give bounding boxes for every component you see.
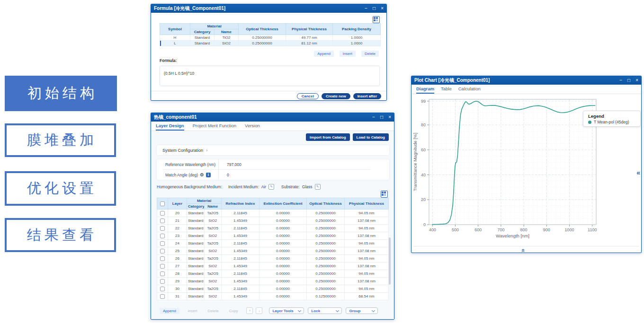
close-icon[interactable]: × [388,115,391,120]
plot-chart-window-body: Diagram Table Calculation 40050060070080… [411,85,641,253]
minimize-icon[interactable]: − [619,78,622,83]
row-checkbox[interactable] [160,211,165,216]
table-cell: 0.00000 [259,270,307,278]
layer-table-body: 20StandardTa2O52.118450.000000.250000009… [157,210,389,300]
collapse-up-icon[interactable]: « [520,249,527,252]
row-checkbox[interactable] [160,271,165,276]
table-settings-icon[interactable] [381,191,388,198]
table-row[interactable]: 23StandardSiO21.453490.000000.2500000013… [157,232,389,240]
row-checkbox[interactable] [160,234,165,238]
move-down-button[interactable]: ↓ [256,307,262,314]
table-cell: 2.11845 [222,210,259,217]
row-checkbox[interactable] [160,294,165,299]
layer-design-window-titlebar[interactable]: 热镜_component01 − □ × [151,113,394,122]
table-row-selected[interactable]: L Standard SiO2 0.25000000 81.12 nm 1.00… [160,41,381,46]
table-row[interactable]: 20StandardTa2O52.118450.000000.250000009… [157,210,389,217]
column-header: Name [215,29,239,35]
maximize-icon[interactable]: □ [627,78,630,83]
tab-project-merit-function[interactable]: Project Merit Function [193,122,236,131]
table-row[interactable]: H Standard TiO2 0.25000000 49.77 nm 1.00… [160,35,381,41]
table-cell: 2.11845 [222,270,259,278]
load-to-catalog-button[interactable]: Load to Catalog [353,133,389,141]
minimize-icon[interactable]: − [365,6,367,11]
layer-tools-dropdown[interactable]: Layer Tools [269,307,304,314]
row-checkbox[interactable] [160,264,165,269]
table-cell: Ta2O5 [204,210,222,217]
table-row[interactable]: 29StandardSiO21.453490.000000.2500000013… [157,278,389,285]
import-from-catalog-button[interactable]: Import from Catalog [306,133,349,141]
table-cell: 94.05 nm [345,225,389,232]
delete-link[interactable]: Delete [361,51,379,57]
reference-wavelength-value[interactable]: 797.000 [227,162,242,167]
insert-after-button[interactable]: Insert after [353,93,381,99]
system-configuration-header[interactable]: System Configuration › [157,145,389,155]
append-link[interactable]: Append [314,51,334,57]
close-icon[interactable]: × [635,78,638,83]
row-checkbox[interactable] [160,287,165,291]
copy-link-disabled[interactable]: Copy [227,308,240,314]
table-cell: 0.25000000 [239,41,286,46]
lock-dropdown[interactable]: Lock [308,307,342,314]
minimize-icon[interactable]: − [372,115,375,120]
table-row[interactable]: 26StandardTa2O52.118450.000000.250000009… [157,255,389,262]
window-title: Formula [冷光镜_Component01] [154,5,365,12]
info-icon[interactable]: i [206,173,211,177]
table-row[interactable]: 22StandardTa2O52.118450.000000.250000009… [157,225,389,232]
formula-window-titlebar[interactable]: Formula [冷光镜_Component01] − □ × [151,4,386,13]
table-settings-icon[interactable] [373,16,380,23]
maximize-icon[interactable]: □ [373,6,376,11]
row-checkbox[interactable] [160,249,165,253]
table-cell: Standard [187,270,205,278]
table-scrollbar[interactable] [389,237,391,285]
group-dropdown[interactable]: Group [346,307,378,314]
table-row[interactable]: 25StandardSiO21.453490.000000.2500000013… [157,247,389,255]
table-row[interactable]: 24StandardTa2O52.118450.000000.250000009… [157,240,389,247]
table-row[interactable]: 27StandardSiO21.453490.000000.2500000013… [157,262,389,270]
table-row[interactable]: 28StandardTa2O52.118450.000000.250000009… [157,270,389,278]
table-cell: TiO2 [215,35,239,41]
plot-chart-window-titlebar[interactable]: Plot Chart [冷光镜_Component01] − □ × [411,76,641,85]
table-row[interactable]: 30StandardTa2O52.118450.000000.250000009… [157,285,389,293]
maximize-icon[interactable]: □ [380,115,383,120]
row-checkbox[interactable] [160,218,165,223]
tab-layer-design[interactable]: Layer Design [156,122,184,131]
create-new-button[interactable]: Create new [322,93,350,99]
table-cell: 0.25000000 [307,247,345,255]
cancel-button[interactable]: Cancel [297,93,319,99]
table-row[interactable]: 21StandardSiO21.453490.000000.2500000013… [157,217,389,225]
table-cell: 1.45349 [222,262,259,270]
checkbox-cell [157,210,168,217]
tab-table[interactable]: Table [441,85,452,94]
table-cell: Ta2O5 [204,255,222,262]
series-line [432,101,595,225]
table-cell: 1.45349 [222,217,259,225]
row-checkbox[interactable] [160,241,165,246]
delete-link-disabled[interactable]: Delete [206,308,221,314]
select-all-checkbox[interactable] [160,201,165,206]
table-cell: Standard [187,278,205,285]
collapse-left-icon[interactable]: « [636,169,640,176]
close-icon[interactable]: × [381,6,384,11]
tab-diagram[interactable]: Diagram [416,85,434,94]
match-angle-value[interactable]: 0 [227,173,229,177]
row-checkbox[interactable] [160,279,165,284]
gear-icon[interactable]: ⚙ [200,173,204,177]
insert-link-disabled[interactable]: Insert [186,308,199,314]
insert-link[interactable]: Insert [340,51,356,57]
tab-version[interactable]: Version [245,122,260,131]
table-cell: SiO2 [204,217,222,225]
edit-icon[interactable]: ✎ [268,184,274,190]
table-cell: 0.25000000 [307,210,345,217]
table-row[interactable]: 31StandardSiO21.453490.000000.1250000068… [157,293,389,300]
formula-window: Formula [冷光镜_Component01] − □ × Symbol M… [151,4,387,101]
checkbox-cell [157,285,168,293]
move-up-button[interactable]: ↑ [246,307,253,314]
table-cell: Standard [190,35,215,41]
formula-input[interactable]: (0.5H L 0.5H)^10 [160,66,380,86]
column-header: Layer [168,198,187,210]
tab-calculation[interactable]: Calculation [458,85,481,94]
row-checkbox[interactable] [160,256,165,261]
edit-icon[interactable]: ✎ [315,184,321,190]
row-checkbox[interactable] [160,226,165,231]
append-link[interactable]: Append [160,308,179,314]
